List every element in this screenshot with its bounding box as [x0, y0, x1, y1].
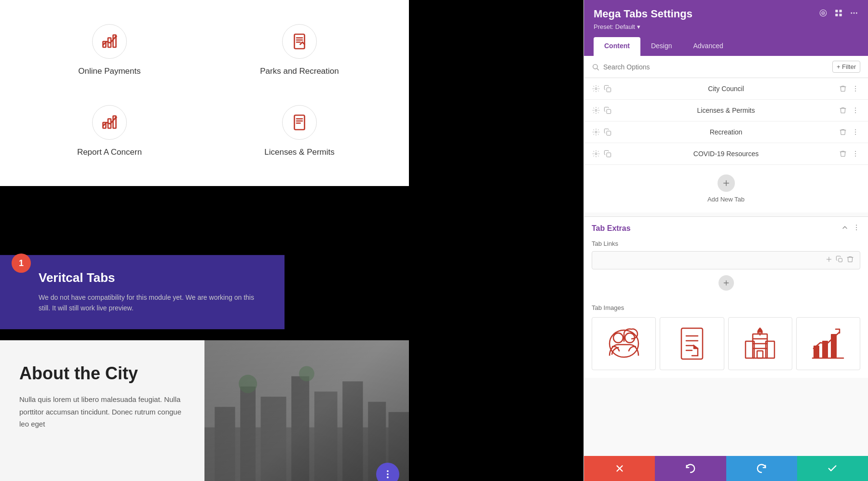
svg-point-33 — [823, 13, 824, 13]
panel-tabs: Content Design Advanced — [594, 37, 858, 56]
collapse-icon[interactable] — [841, 224, 849, 233]
more-icon[interactable] — [851, 106, 860, 115]
tab-content[interactable]: Content — [594, 37, 640, 56]
svg-point-27 — [299, 366, 314, 381]
plus-icon-sm — [722, 279, 730, 287]
delete-icon[interactable] — [838, 84, 848, 94]
preset-label: Preset: Default — [594, 23, 635, 30]
tab-image-item[interactable] — [592, 317, 656, 370]
tab-design[interactable]: Design — [640, 37, 683, 56]
copy-icon[interactable] — [603, 106, 612, 115]
search-input[interactable] — [603, 63, 828, 71]
tab-item-actions — [838, 127, 860, 137]
bottom-section: About the City Nulla quis lorem ut liber… — [0, 340, 409, 481]
tab-item-icons — [592, 149, 612, 158]
tab-links-section: Tab Links — [584, 240, 868, 304]
about-city-desc: Nulla quis lorem ut libero malesuada feu… — [19, 393, 185, 430]
tab-links-input-row — [592, 251, 860, 269]
bottom-action-bar — [584, 456, 868, 481]
undo-button[interactable] — [655, 456, 726, 481]
svg-rect-76 — [681, 328, 703, 359]
delete-icon[interactable] — [838, 149, 848, 159]
svg-rect-36 — [835, 14, 838, 16]
cancel-button[interactable] — [584, 456, 655, 481]
svg-rect-54 — [607, 131, 611, 135]
svg-point-30 — [387, 477, 389, 479]
tab-image-item[interactable] — [660, 317, 724, 370]
settings-icon[interactable] — [592, 84, 600, 93]
delete-icon[interactable] — [838, 106, 848, 115]
licenses-icon — [291, 114, 308, 131]
delete-icon[interactable] — [838, 127, 848, 137]
more-icon[interactable] — [851, 149, 860, 159]
svg-rect-4 — [295, 34, 305, 49]
tab-item-name-licenses: Licenses & Permits — [618, 107, 834, 114]
svg-point-28 — [387, 470, 389, 472]
tab-extras-header[interactable]: Tab Extras — [584, 217, 868, 240]
report-concern-icon-wrap — [92, 105, 127, 140]
svg-point-51 — [855, 110, 856, 111]
card-licenses-permits[interactable]: Licenses & Permits — [209, 95, 390, 167]
tab-images-grid — [592, 317, 860, 370]
save-button[interactable] — [797, 456, 868, 481]
cards-section: Online Payments Parks and Recreation — [0, 0, 409, 186]
online-payments-icon-wrap — [92, 24, 127, 59]
licenses-permits-label: Licenses & Permits — [264, 147, 335, 157]
tab-list: City Council — [584, 78, 868, 165]
report-icon — [101, 114, 118, 131]
copy-icon[interactable] — [603, 128, 612, 136]
panel-header-icons — [819, 9, 858, 19]
svg-point-3 — [115, 35, 117, 38]
city-skyline-svg — [204, 340, 409, 481]
right-panel: Mega Tabs Settings Preset: Default ▾ — [583, 0, 868, 481]
more-icon[interactable] — [851, 127, 860, 137]
tab-item-actions — [838, 106, 860, 115]
card-online-payments[interactable]: Online Payments — [19, 14, 200, 86]
copy-icon[interactable] — [603, 149, 612, 158]
tab-list-item: Recreation — [584, 121, 868, 143]
online-payments-label: Online Payments — [78, 67, 140, 76]
svg-point-26 — [239, 374, 257, 393]
delete-link-icon[interactable] — [846, 255, 854, 265]
search-bar: + Filter — [584, 56, 868, 78]
more-icon[interactable] — [853, 224, 860, 233]
filter-button[interactable]: + Filter — [832, 61, 860, 73]
add-new-tab-button[interactable] — [718, 174, 735, 192]
copy-icon[interactable] — [603, 84, 612, 93]
tab-list-item: Licenses & Permits — [584, 100, 868, 121]
svg-point-50 — [855, 107, 856, 108]
copy-link-icon[interactable] — [836, 255, 843, 265]
redo-button[interactable] — [726, 456, 797, 481]
card-parks-recreation[interactable]: Parks and Recreation — [209, 14, 390, 86]
number-badge: 1 — [12, 254, 31, 273]
vertical-tabs-banner: Veritcal Tabs We do not have compatibili… — [0, 255, 285, 329]
report-concern-label: Report A Concern — [77, 147, 142, 157]
tab-advanced[interactable]: Advanced — [682, 37, 733, 56]
tab-image-item[interactable] — [796, 317, 860, 370]
settings-icon[interactable] — [592, 128, 600, 136]
svg-point-58 — [595, 153, 597, 155]
more-options-icon[interactable] — [850, 9, 858, 19]
target-icon[interactable] — [819, 9, 827, 19]
add-link-circle-button[interactable] — [719, 275, 734, 291]
svg-point-57 — [855, 134, 856, 135]
svg-rect-81 — [753, 334, 767, 358]
svg-rect-44 — [607, 88, 611, 92]
tab-image-item[interactable] — [728, 317, 792, 370]
tab-links-input[interactable] — [598, 257, 821, 264]
panel-title: Mega Tabs Settings — [594, 8, 692, 20]
add-link-icon[interactable] — [825, 255, 833, 265]
settings-icon[interactable] — [592, 106, 600, 115]
add-new-tab-label: Add New Tab — [707, 196, 745, 203]
card-report-concern[interactable]: Report A Concern — [19, 95, 200, 167]
growth-chart-icon — [809, 324, 847, 363]
tab-item-icons — [592, 84, 612, 93]
tab-item-name-covid: COVID-19 Resources — [618, 150, 834, 158]
panel-preset[interactable]: Preset: Default ▾ — [594, 23, 858, 30]
document-list-icon — [673, 324, 711, 363]
settings-icon[interactable] — [592, 149, 600, 158]
more-icon[interactable] — [851, 84, 860, 94]
grid-icon[interactable] — [834, 9, 843, 19]
licenses-permits-icon-wrap — [282, 105, 317, 140]
people-icon — [605, 324, 643, 363]
